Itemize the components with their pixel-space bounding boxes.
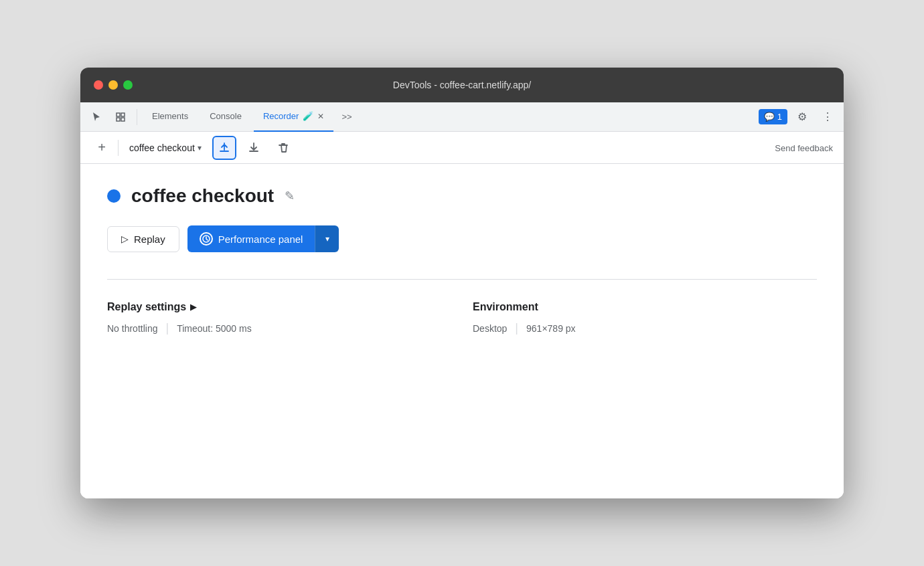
recording-title: coffee checkout	[131, 185, 274, 207]
performance-panel-label: Performance panel	[218, 233, 303, 245]
toolbar-right: Send feedback	[775, 142, 833, 154]
tab-console[interactable]: Console	[200, 102, 251, 132]
chat-icon: 💬	[764, 112, 775, 122]
performance-btn-group: Performance panel ▾	[187, 225, 339, 252]
settings-info: No throttling | Timeout: 5000 ms	[107, 321, 451, 335]
no-throttling-value: No throttling	[107, 323, 157, 334]
delete-btn[interactable]	[271, 136, 295, 160]
tab-recorder[interactable]: Recorder 🧪 ✕	[254, 102, 333, 132]
chevron-down-icon: ▾	[325, 234, 329, 244]
environment-group: Environment Desktop | 961×789 px	[473, 301, 817, 335]
tab-close-icon[interactable]: ✕	[317, 112, 324, 121]
performance-dropdown-btn[interactable]: ▾	[315, 225, 339, 252]
close-button[interactable]	[94, 80, 103, 90]
traffic-lights	[94, 80, 133, 90]
edit-icon[interactable]: ✎	[285, 189, 295, 203]
settings-arrow-icon: ▶	[190, 302, 196, 312]
badge-count: 1	[777, 112, 782, 122]
devtools-window: DevTools - coffee-cart.netlify.app/ Elem…	[80, 68, 844, 498]
import-btn[interactable]	[242, 136, 266, 160]
performance-panel-btn[interactable]: Performance panel	[187, 225, 315, 252]
recording-status-dot	[107, 189, 121, 203]
toolbar: + coffee checkout ▾	[80, 132, 844, 164]
toolbar-divider	[118, 140, 119, 156]
export-btn[interactable]	[212, 136, 236, 160]
svg-rect-3	[121, 118, 125, 121]
add-recording-btn[interactable]: +	[91, 137, 112, 159]
title-bar: DevTools - coffee-cart.netlify.app/	[80, 68, 844, 102]
recording-header: coffee checkout ✎	[107, 185, 817, 207]
tab-bar-right: 💬 1 ⚙ ⋮	[759, 106, 838, 128]
svg-rect-2	[117, 118, 120, 121]
maximize-button[interactable]	[123, 80, 133, 90]
feedback-badge-btn[interactable]: 💬 1	[759, 109, 787, 124]
more-btn[interactable]: ⋮	[817, 106, 838, 128]
cursor-icon-btn[interactable]	[86, 106, 107, 128]
recording-name: coffee checkout	[129, 143, 195, 153]
minimize-button[interactable]	[108, 80, 118, 90]
env-info: Desktop | 961×789 px	[473, 321, 817, 335]
send-feedback-link[interactable]: Send feedback	[775, 143, 833, 153]
devtools-body: Elements Console Recorder 🧪 ✕ >> 💬 1 ⚙ ⋮	[80, 102, 844, 498]
replay-btn[interactable]: ▷ Replay	[107, 226, 179, 252]
svg-rect-1	[121, 113, 125, 116]
svg-rect-0	[117, 113, 120, 116]
performance-icon	[200, 232, 213, 246]
tab-bar: Elements Console Recorder 🧪 ✕ >> 💬 1 ⚙ ⋮	[80, 102, 844, 132]
env-separator: |	[515, 321, 518, 335]
settings-btn[interactable]: ⚙	[791, 106, 813, 128]
inspect-icon-btn[interactable]	[110, 106, 131, 128]
chevron-down-icon: ▾	[198, 143, 202, 153]
replay-settings-group: Replay settings ▶ No throttling | Timeou…	[107, 301, 451, 335]
action-row: ▷ Replay Performance panel	[107, 225, 817, 252]
settings-section: Replay settings ▶ No throttling | Timeou…	[107, 279, 817, 335]
desktop-value: Desktop	[473, 323, 507, 334]
settings-separator: |	[165, 321, 169, 335]
main-content: coffee checkout ✎ ▷ Replay	[80, 164, 844, 498]
replay-settings-label[interactable]: Replay settings ▶	[107, 301, 451, 313]
tab-divider	[137, 109, 137, 125]
replay-label: Replay	[134, 233, 165, 245]
environment-label: Environment	[473, 301, 817, 313]
resolution-value: 961×789 px	[526, 323, 576, 334]
tab-elements[interactable]: Elements	[143, 102, 198, 132]
recording-select[interactable]: coffee checkout ▾	[124, 140, 207, 156]
flask-icon: 🧪	[303, 111, 313, 121]
more-tabs-btn[interactable]: >>	[336, 112, 357, 122]
timeout-value: Timeout: 5000 ms	[177, 323, 252, 334]
window-title: DevTools - coffee-cart.netlify.app/	[393, 80, 531, 90]
play-icon: ▷	[121, 233, 129, 244]
